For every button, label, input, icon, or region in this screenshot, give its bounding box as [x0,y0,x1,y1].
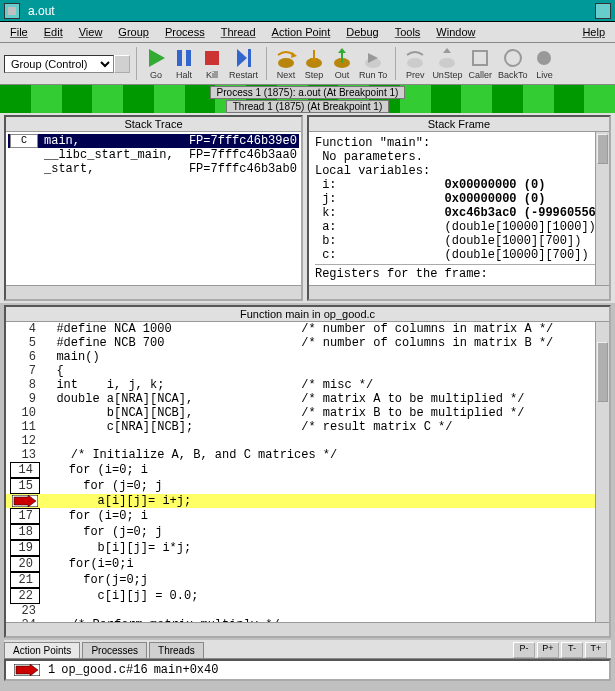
svg-point-19 [537,51,551,65]
svg-point-6 [278,58,294,68]
source-line[interactable]: 12 [6,434,609,448]
svg-rect-2 [186,50,191,66]
stack-frame-row[interactable]: Cmain,FP=7fffc46b39e0 [8,134,299,148]
mini-button-p+[interactable]: P+ [537,642,559,658]
source-panel: Function main in op_good.c 4 #define NCA… [4,305,611,638]
source-line[interactable]: a[i][j]= i+j; [6,494,609,508]
titlebar: a.out [0,0,615,22]
stack-frame-row[interactable]: _start,FP=7fffc46b3ab0 [8,162,299,176]
toolbar-kill-button[interactable]: Kill [199,47,225,80]
menu-help[interactable]: Help [576,24,611,40]
toolbar-go-button[interactable]: Go [143,47,169,80]
window-title: a.out [28,4,595,18]
action-point-row[interactable]: 1 op_good.c#16 main+0x40 [4,659,611,681]
toolbar-unstep-button[interactable]: UnStep [430,47,464,80]
source-line[interactable]: 11 c[NRA][NCB]; /* result matrix C */ [6,420,609,434]
stack-frame-row[interactable]: __libc_start_main,FP=7fffc46b3aa0 [8,148,299,162]
source-line[interactable]: 4 #define NCA 1000 /* number of columns … [6,322,609,336]
tab-processes[interactable]: Processes [82,642,147,658]
source-line[interactable]: 20 for(i=0;i [6,556,609,572]
source-line[interactable]: 8 int i, j, k; /* misc */ [6,378,609,392]
svg-marker-7 [291,52,297,58]
menu-debug[interactable]: Debug [340,24,384,40]
scrollbar-h[interactable] [6,622,609,636]
menu-action-point[interactable]: Action Point [266,24,337,40]
toolbar-next-button[interactable]: Next [273,47,299,80]
source-line[interactable]: 14 for (i=0; i [6,462,609,478]
svg-rect-17 [473,51,487,65]
svg-marker-11 [338,48,346,53]
svg-point-14 [407,58,423,68]
toolbar-prev-button[interactable]: Prev [402,47,428,80]
scrollbar-h[interactable] [309,285,609,299]
menu-window[interactable]: Window [430,24,481,40]
source-line[interactable]: 23 [6,604,609,618]
thread-status: Thread 1 (1875) (At Breakpoint 1) [0,99,615,113]
toolbar-restart-button[interactable]: Restart [227,47,260,80]
source-line[interactable]: 7 { [6,364,609,378]
mini-button-t-[interactable]: T- [561,642,583,658]
menu-process[interactable]: Process [159,24,211,40]
menu-edit[interactable]: Edit [38,24,69,40]
toolbar-runto-button[interactable]: Run To [357,47,389,80]
scrollbar-v[interactable] [595,322,609,622]
mini-button-t+[interactable]: T+ [585,642,607,658]
source-line[interactable]: 9 double a[NRA][NCA], /* matrix A to be … [6,392,609,406]
svg-point-18 [505,50,521,66]
scope-combo[interactable]: Group (Control) [4,55,130,73]
source-line[interactable]: 13 /* Initialize A, B, and C matrices */ [6,448,609,462]
source-line[interactable]: 18 for (j=0; j [6,524,609,540]
scrollbar-h[interactable] [6,285,301,299]
scrollbar-v[interactable] [595,132,609,285]
breakpoint-arrow-icon [12,663,42,677]
svg-rect-1 [177,50,182,66]
toolbar: Group (Control) GoHaltKillRestart NextSt… [0,43,615,85]
svg-point-15 [439,58,455,68]
combo-dropdown-icon[interactable] [114,55,130,73]
toolbar-out-button[interactable]: Out [329,47,355,80]
process-status: Process 1 (1875): a.out (At Breakpoint 1… [0,85,615,99]
window-menu-icon[interactable] [4,3,20,19]
breakpoint-arrow-icon [10,494,40,508]
maximize-icon[interactable] [595,3,611,19]
source-line[interactable]: 10 b[NCA][NCB], /* matrix B to be multip… [6,406,609,420]
menu-tools[interactable]: Tools [389,24,427,40]
toolbar-step-button[interactable]: Step [301,47,327,80]
source-line[interactable]: 17 for (i=0; i [6,508,609,524]
svg-marker-0 [149,49,165,67]
menu-file[interactable]: File [4,24,34,40]
stack-trace-panel: Stack Trace Cmain,FP=7fffc46b39e0__libc_… [4,115,303,301]
menubar: FileEditViewGroupProcessThreadAction Poi… [0,22,615,43]
svg-rect-5 [248,49,251,67]
source-line[interactable]: 24 /* Perform matrix multiply */ [6,618,609,622]
source-line[interactable]: 22 c[i][j] = 0.0; [6,588,609,604]
mini-button-p-[interactable]: P- [513,642,535,658]
toolbar-caller-button[interactable]: Caller [466,47,494,80]
toolbar-backto-button[interactable]: BackTo [496,47,530,80]
menu-group[interactable]: Group [112,24,155,40]
menu-view[interactable]: View [73,24,109,40]
scope-select[interactable]: Group (Control) [4,55,114,73]
source-line[interactable]: 6 main() [6,350,609,364]
bottom-tabs: Action PointsProcessesThreadsP-P+T-T+ 1 … [4,640,611,681]
source-line[interactable]: 21 for(j=0;j [6,572,609,588]
toolbar-live-button[interactable]: Live [531,47,557,80]
stack-frame-panel: Stack Frame Function "main": No paramete… [307,115,611,301]
source-line[interactable]: 19 b[i][j]= i*j; [6,540,609,556]
source-line[interactable]: 15 for (j=0; j [6,478,609,494]
tab-threads[interactable]: Threads [149,642,204,658]
source-line[interactable]: 5 #define NCB 700 /* number of columns i… [6,336,609,350]
menu-thread[interactable]: Thread [215,24,262,40]
svg-rect-3 [205,51,219,65]
tab-action-points[interactable]: Action Points [4,642,80,658]
svg-marker-16 [443,48,451,53]
svg-marker-4 [237,49,247,67]
toolbar-halt-button[interactable]: Halt [171,47,197,80]
